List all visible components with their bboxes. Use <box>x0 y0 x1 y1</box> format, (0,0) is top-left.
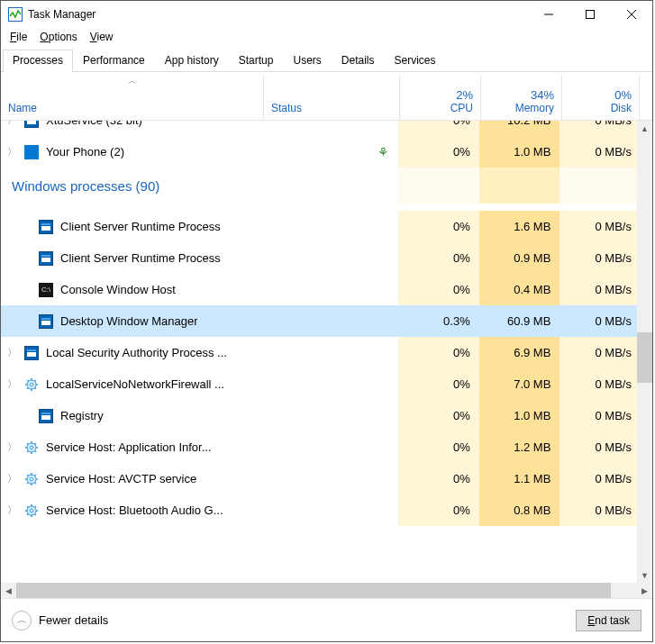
process-memory: 10.2 MB <box>479 121 560 136</box>
expand-chevron-icon[interactable]: 〉 <box>5 472 19 485</box>
process-status <box>263 368 398 400</box>
header-cpu[interactable]: 2% CPU <box>400 76 481 120</box>
process-name: XtuService (32 bit) <box>46 121 142 127</box>
header-disk[interactable]: 0% Disk <box>562 76 640 120</box>
expand-chevron-icon[interactable]: 〉 <box>5 503 19 517</box>
horizontal-scrollbar[interactable]: ◀ ▶ <box>1 583 652 598</box>
fewer-details-label[interactable]: Fewer details <box>39 613 569 627</box>
minimize-button[interactable] <box>528 1 569 28</box>
expand-chevron-icon[interactable]: 〉 <box>5 145 19 159</box>
process-memory: 6.9 MB <box>479 337 560 368</box>
process-name: Desktop Window Manager <box>60 314 197 328</box>
window-title: Task Manager <box>28 8 528 21</box>
process-cpu: 0% <box>398 337 479 368</box>
process-row[interactable]: 〉Local Security Authority Process ...0%6… <box>1 337 637 368</box>
process-row[interactable]: 〉Service Host: Bluetooth Audio G...0%0.8… <box>1 494 637 526</box>
scroll-down-arrow[interactable]: ▼ <box>637 567 652 583</box>
menu-file[interactable]: File <box>5 29 32 45</box>
process-cpu: 0% <box>398 463 479 494</box>
tab-users[interactable]: Users <box>283 50 331 72</box>
app-icon <box>8 7 23 22</box>
process-disk: 0 MB/s <box>559 274 637 305</box>
scroll-right-arrow[interactable]: ▶ <box>637 583 652 598</box>
chevron-up-icon: ︿ <box>17 613 27 627</box>
svg-rect-10 <box>41 258 50 262</box>
hscroll-track[interactable] <box>16 583 637 598</box>
process-name: Console Window Host <box>60 283 176 296</box>
sort-arrow-icon: ︿ <box>128 75 137 87</box>
process-status <box>263 242 398 274</box>
svg-line-44 <box>35 482 37 484</box>
process-group-header[interactable]: Windows processes (90) <box>1 168 637 211</box>
process-row[interactable]: 〉Service Host: AVCTP service0%1.1 MB0 MB… <box>1 463 637 494</box>
header-memory[interactable]: 34% Memory <box>481 76 562 120</box>
hscroll-thumb[interactable] <box>16 583 611 598</box>
svg-rect-12 <box>41 321 50 325</box>
tab-startup[interactable]: Startup <box>229 50 284 72</box>
vscroll-thumb[interactable] <box>637 332 652 383</box>
gear-icon <box>24 472 39 486</box>
process-name: Client Server Runtime Process <box>60 251 221 265</box>
scroll-up-arrow[interactable]: ▲ <box>637 121 652 136</box>
svg-rect-26 <box>41 415 50 420</box>
process-cpu: 0.3% <box>398 305 479 337</box>
process-row[interactable]: 〉Service Host: Application Infor...0%1.2… <box>1 431 637 463</box>
process-row[interactable]: Desktop Window Manager0.3%60.9 MB0 MB/s <box>1 305 637 337</box>
end-task-button[interactable]: End task <box>576 610 641 631</box>
process-status <box>263 431 398 463</box>
svg-point-16 <box>30 383 33 386</box>
vscroll-track[interactable] <box>637 136 652 567</box>
header-status[interactable]: Status <box>264 76 400 120</box>
process-memory: 1.2 MB <box>479 431 560 463</box>
menu-options[interactable]: Options <box>34 29 82 45</box>
process-row[interactable]: C:\Console Window Host0%0.4 MB0 MB/s <box>1 274 637 305</box>
process-disk: 0 MB/s <box>559 368 637 400</box>
menu-view[interactable]: View <box>85 29 119 45</box>
process-status: ⚘ <box>263 136 398 168</box>
close-button[interactable] <box>611 1 652 28</box>
tab-processes[interactable]: Processes <box>3 50 73 72</box>
process-row[interactable]: Client Server Runtime Process0%1.6 MB0 M… <box>1 211 637 242</box>
process-memory: 1.1 MB <box>479 463 560 494</box>
process-row[interactable]: 〉LocalServiceNoNetworkFirewall ...0%7.0 … <box>1 368 637 400</box>
process-name: Client Server Runtime Process <box>60 220 221 233</box>
process-memory: 0.9 MB <box>479 242 560 274</box>
app-icon <box>39 251 53 266</box>
header-name[interactable]: ︿ Name <box>1 76 264 120</box>
task-manager-window: Task Manager File Options View Processes… <box>0 0 653 642</box>
svg-line-56 <box>27 513 29 515</box>
tab-details[interactable]: Details <box>332 50 385 72</box>
svg-line-36 <box>27 450 29 452</box>
gear-icon <box>24 377 39 392</box>
app-icon <box>39 314 53 329</box>
process-row[interactable]: Registry0%1.0 MB0 MB/s <box>1 400 637 431</box>
tab-performance[interactable]: Performance <box>73 50 155 72</box>
menubar: File Options View <box>1 28 652 46</box>
process-name: Service Host: Bluetooth Audio G... <box>46 503 223 517</box>
svg-line-45 <box>35 475 37 476</box>
process-row[interactable]: 〉XtuService (32 bit)0%10.2 MB0 MB/s <box>1 121 637 136</box>
fewer-details-toggle[interactable]: ︿ <box>12 611 32 630</box>
process-disk: 0 MB/s <box>559 494 637 526</box>
tab-app-history[interactable]: App history <box>155 50 229 72</box>
process-cpu: 0% <box>398 136 479 168</box>
process-list[interactable]: 〉XtuService (32 bit)0%10.2 MB0 MB/s〉Your… <box>1 121 637 583</box>
svg-rect-6 <box>27 121 36 124</box>
expand-chevron-icon[interactable]: 〉 <box>5 121 19 127</box>
svg-line-43 <box>27 475 29 476</box>
expand-chevron-icon[interactable]: 〉 <box>5 440 19 454</box>
process-disk: 0 MB/s <box>559 400 637 431</box>
expand-chevron-icon[interactable]: 〉 <box>5 377 19 391</box>
svg-rect-14 <box>27 352 36 357</box>
svg-line-21 <box>27 380 29 382</box>
svg-rect-2 <box>587 11 595 19</box>
expand-chevron-icon[interactable]: 〉 <box>5 346 19 359</box>
tab-services[interactable]: Services <box>385 50 446 72</box>
process-cpu: 0% <box>398 274 479 305</box>
maximize-button[interactable] <box>569 1 611 28</box>
vertical-scrollbar[interactable]: ▲ ▼ <box>637 121 652 583</box>
process-row[interactable]: 〉Your Phone (2)⚘0%1.0 MB0 MB/s <box>1 136 637 168</box>
process-row[interactable]: Client Server Runtime Process0%0.9 MB0 M… <box>1 242 637 274</box>
svg-line-55 <box>35 506 37 508</box>
scroll-left-arrow[interactable]: ◀ <box>1 583 16 598</box>
